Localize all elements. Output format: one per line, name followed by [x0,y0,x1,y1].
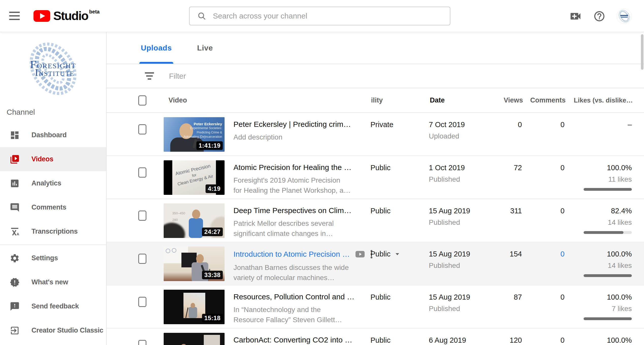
row-checkbox[interactable] [138,297,146,307]
table-row: Atomic Precision for Clean Energy & Air … [107,156,644,199]
sidebar-item-whats-new[interactable]: What's new [0,270,106,294]
sidebar-item-send-feedback[interactable]: Send feedback [0,294,106,318]
date-cell: 15 Aug 2019Published [429,250,480,270]
likes-ratio-bar [584,317,632,320]
visibility-cell: Public [370,293,409,301]
date-cell: 6 Aug 2019 [429,336,480,344]
row-checkbox[interactable] [138,211,146,221]
table-row: Peter Eckersley Experimental Societies: … [107,113,644,156]
table-row: 15:18 Resources, Pollution Control and …… [107,285,644,329]
visibility-cell: Public [370,207,409,215]
comments-cell: 0 [527,336,565,344]
date-cell: 1 Oct 2019Published [429,164,480,183]
likes-cell: 100.0% 7 likes [571,293,632,320]
create-video-icon[interactable] [569,10,582,23]
analytics-icon [10,178,20,188]
row-checkbox[interactable] [138,167,146,178]
tab-uploads[interactable]: Uploads [141,32,172,64]
select-all-checkbox[interactable] [138,95,146,106]
sidebar-item-creator-studio-classic[interactable]: Creator Studio Classic [0,318,106,342]
duration-badge: 4:19 [206,184,223,193]
watch-on-youtube-icon[interactable] [355,251,365,258]
sidebar-item-transcriptions[interactable]: A Transcriptions [0,219,106,244]
sidebar-item-analytics[interactable]: Analytics [0,171,106,195]
duration-badge: 15:18 [202,314,223,322]
app-header: Studio beta [0,0,644,32]
visibility-cell: Public [370,336,409,344]
search-box[interactable] [189,7,450,25]
filter-placeholder[interactable]: Filter [169,72,186,80]
views-cell: 0 [484,120,522,129]
column-header-video[interactable]: Video [168,96,371,104]
sidebar: FORESIGHT INSTITUTE Channel Dashboard Vi… [0,32,107,345]
views-cell: 154 [484,250,522,258]
sidebar-item-comments[interactable]: Comments [0,195,106,219]
filter-bar[interactable]: Filter [107,64,644,88]
views-cell: 120 [484,336,522,344]
video-thumbnail[interactable]: Peter Eckersley Experimental Societies: … [164,117,225,152]
video-title[interactable]: Deep Time Perspectives on Clim… [233,206,349,215]
tab-bar: Uploads Live [107,32,644,64]
sidebar-item-settings[interactable]: Settings [0,246,106,270]
videos-icon [10,154,20,164]
likes-cell: 100.0% 11 likes [571,164,632,191]
video-description[interactable]: In “Nanotechnology and theResource Falla… [233,305,349,325]
add-description-button[interactable]: Add description [233,132,349,142]
video-thumbnail[interactable]: 15:18 [164,290,225,324]
comments-cell: 0 [527,120,565,129]
comments-icon [10,202,20,213]
duration-badge: 1:41:19 [196,141,223,150]
table-row: 33:38 Introduction to Atomic Precision …… [107,242,644,285]
video-description[interactable]: Jonathan Barnes discusses the widevariet… [233,263,349,283]
search-input[interactable] [213,12,436,20]
hamburger-menu-icon[interactable] [9,12,20,20]
duration-badge: 33:38 [202,271,223,279]
tab-live[interactable]: Live [197,32,213,64]
brand-name: Studio [53,9,88,23]
search-icon [197,11,206,21]
column-header-date[interactable]: Date [430,96,481,104]
likes-ratio-bar [584,188,632,191]
video-description[interactable]: Patrick Mellor describes severalsignific… [233,218,349,239]
channel-avatar[interactable] [617,9,632,24]
sidebar-divider [0,245,106,245]
visibility-dropdown[interactable]: Public [370,250,409,258]
filter-icon [145,72,154,80]
video-title[interactable]: CarbonAct: Converting CO2 into … [233,336,349,344]
row-checkbox[interactable] [138,124,146,134]
foresight-institute-logo: FORESIGHT INSTITUTE [23,38,83,99]
feedback-icon [10,301,20,312]
help-icon[interactable] [593,10,605,22]
likes-ratio-bar [584,231,632,234]
table-row: CarbonAct: Converting CO2 into … Public … [107,329,644,345]
video-title[interactable]: Introduction to Atomic Precision … [233,250,350,258]
comments-cell: 0 [527,164,565,172]
chevron-down-icon [395,253,400,256]
youtube-studio-logo[interactable]: Studio beta [33,9,98,23]
row-checkbox[interactable] [138,254,146,264]
video-thumbnail[interactable]: 350–450 280 410 24:27 [164,203,225,238]
column-header-likes[interactable]: Likes (vs. dislike… [572,96,633,104]
video-title[interactable]: Peter Eckersley | Predicting crim… [233,120,349,129]
video-title[interactable]: Resources, Pollution Control and … [233,292,349,301]
sidebar-item-videos[interactable]: Videos [0,147,106,171]
sidebar-item-dashboard[interactable]: Dashboard [0,123,106,147]
date-cell: 15 Aug 2019Published [429,293,480,313]
row-checkbox[interactable] [138,340,146,345]
column-header-views[interactable]: Views [485,96,523,104]
likes-cell: – [571,120,632,129]
video-description[interactable]: Foresight's 2019 Atomic Precisionfor Hea… [233,175,349,196]
table-row: 350–450 280 410 24:27 Deep Time Perspect… [107,199,644,242]
views-cell: 311 [484,207,522,215]
video-thumbnail[interactable]: Atomic Precision for Clean Energy & Air … [164,160,225,195]
video-thumbnail[interactable]: 33:38 [164,247,225,281]
likes-cell: 100.0% [571,336,632,344]
visibility-cell: Public [370,164,409,172]
video-title[interactable]: Atomic Precision for Healing the … [233,163,349,172]
scrollbar-thumb[interactable] [641,34,643,70]
video-thumbnail[interactable] [164,333,225,345]
column-header-comments[interactable]: Comments [528,96,566,104]
column-header-visibility[interactable]: Visibility [371,96,410,104]
comments-link[interactable]: 0 [527,250,565,258]
likes-cell: 82.4% 14 likes [571,207,632,234]
